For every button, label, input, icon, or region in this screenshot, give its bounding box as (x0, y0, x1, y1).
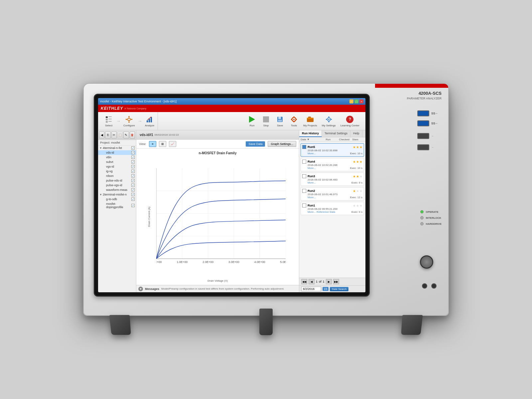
window-title: mosfet - Keithley Interactive Test Envir… (100, 100, 349, 103)
svg-rect-2 (106, 119, 108, 120)
tree-check-vds-id[interactable] (131, 151, 135, 154)
tree-check-2terminal-misfet-n[interactable] (131, 193, 135, 196)
usb-label-2: ← (431, 146, 434, 149)
tree-item-vtlin[interactable]: vtlin (98, 155, 136, 160)
grid-view-button[interactable]: ⊞ (159, 141, 166, 147)
rename-button[interactable]: ✎ (123, 131, 129, 139)
tab-run-history[interactable]: Run History (299, 130, 322, 137)
keithley-sub: A Tektronix Company (124, 107, 146, 110)
close-button[interactable]: × (359, 99, 363, 103)
run-checkbox-run5[interactable] (302, 145, 306, 149)
tree-check-4terminal-n-fet[interactable] (131, 146, 135, 150)
run-more[interactable]: More... (302, 181, 316, 184)
maximize-button[interactable]: □ (354, 99, 358, 103)
run-exec: Exec: 10 s (350, 152, 362, 155)
next-page-button[interactable]: ▶ (326, 279, 332, 284)
select-button[interactable]: Select (102, 114, 115, 128)
run-more[interactable]: More... Reference Data (302, 210, 335, 213)
ss-label-2: SS← (431, 122, 438, 125)
chart-view-button[interactable]: 📈 (169, 141, 176, 147)
tree-item-ig-vg[interactable]: ig-vg (98, 169, 136, 174)
graph-settings-button[interactable]: Graph Settings... (268, 141, 296, 147)
tree-item-vds-id[interactable]: vds-id (98, 150, 136, 155)
tree-item-g-to-sdb[interactable]: g-to-sdb (98, 197, 136, 201)
tools-button[interactable]: Tools (287, 114, 301, 128)
stop-button[interactable]: Stop (259, 114, 273, 128)
table-view-button[interactable]: ≡ (149, 141, 156, 147)
save-button[interactable]: Save (273, 114, 287, 128)
first-page-button[interactable]: ◀◀ (301, 279, 307, 284)
date-search-button[interactable]: Date Search (330, 287, 348, 291)
run-more[interactable]: More... (302, 152, 316, 155)
last-page-button[interactable]: ▶▶ (333, 279, 339, 284)
left-sidebar: ◀ ⎘ ✂ 📋 ✎ 🗑 Project: mosfet ▼4terminal-n… (98, 130, 136, 292)
tree-item-vgs-id[interactable]: vgs-id (98, 164, 136, 169)
tree-item-pulse-vds-id[interactable]: pulse-vds-id (98, 178, 136, 183)
run-checkbox-run3[interactable] (302, 174, 306, 178)
my-settings-button[interactable]: My Settings (320, 114, 338, 128)
tree-check-rdson[interactable] (131, 174, 135, 178)
page-of-label: of (319, 280, 322, 283)
minimize-button[interactable]: − (349, 99, 353, 103)
tree-item-rdson[interactable]: rdson (98, 174, 136, 178)
run-date: 2016-06-02 10:02:33.898 (302, 149, 362, 152)
tree-check-waveform-meas[interactable] (131, 188, 135, 192)
run-item-run4[interactable]: Run4 ★★★ 2016-06-02 10:02:20.286 More...… (301, 158, 364, 171)
run-more[interactable]: More... (302, 167, 316, 170)
tree-item-mosfet-dopingprofile[interactable]: mosfet-dopingprofile (98, 201, 136, 209)
copy-button[interactable]: ⎘ (105, 131, 110, 139)
tree-check-vgs-id[interactable] (131, 165, 135, 168)
star: ★ (359, 175, 362, 178)
tree-check-pulse-vgs-id[interactable] (131, 184, 135, 187)
my-projects-button[interactable]: My Projects (301, 114, 319, 128)
usb3-port-1 (417, 110, 429, 116)
page-total: 1 (323, 280, 325, 283)
tree-item-2terminal-misfet-n[interactable]: ▼2terminal-misfet-n (98, 192, 136, 197)
delete-button[interactable]: 🗑 (130, 131, 135, 139)
tree-check-pulse-vds-id[interactable] (131, 179, 135, 182)
run-button[interactable]: Run (245, 114, 259, 128)
star: ★ (356, 204, 359, 207)
power-button[interactable] (420, 255, 433, 269)
tree-check-ig-vg[interactable] (131, 170, 135, 173)
tab-help[interactable]: Help (350, 130, 362, 137)
run-item-run1[interactable]: Run1 ★★★ 2016-06-02 09:55:21.200 More...… (301, 202, 364, 215)
date-number: 15 (323, 287, 329, 291)
tree-check-vtlin[interactable] (131, 156, 135, 159)
run-checkbox-run4[interactable] (302, 160, 306, 164)
run-checkbox-run1[interactable] (302, 203, 306, 207)
tree-check-subvt[interactable] (131, 160, 135, 164)
run-item-run2[interactable]: Run2 ★★★ 2016-06-02 10:01:48.973 More...… (301, 187, 364, 200)
run-checkbox-run2[interactable] (302, 189, 306, 193)
analyze-button[interactable]: Analyze (143, 114, 156, 128)
svg-text:2.0E+00: 2.0E+00 (202, 260, 213, 264)
tree-check-mosfet-dopingprofile[interactable] (131, 204, 135, 207)
svg-rect-5 (108, 121, 112, 122)
run-more[interactable]: More... (302, 196, 316, 199)
configure-button[interactable]: Configure (121, 114, 137, 128)
cut-button[interactable]: ✂ (111, 131, 117, 139)
tree-check-g-to-sdb[interactable] (131, 198, 135, 201)
run-header: Run3 ★★★ (302, 174, 362, 178)
tree-item-subvt[interactable]: subvt (98, 160, 136, 164)
select-icon (105, 115, 113, 123)
back-button[interactable]: ◀ (99, 131, 104, 139)
test-name: vds-id#1 (140, 133, 153, 137)
col-date-header[interactable]: Date ▼ (301, 138, 325, 141)
tree-item-waveform-meas[interactable]: waveform-meas (98, 188, 136, 192)
date-input[interactable] (301, 287, 321, 291)
tree-item-pulse-vgs-id[interactable]: pulse-vgs-id (98, 183, 136, 188)
tree-item-4terminal-n-fet[interactable]: ▼4terminal-n-fet (98, 146, 136, 150)
tab-terminal-settings[interactable]: Terminal Settings (322, 130, 350, 137)
save-data-button[interactable]: Save Data (246, 141, 265, 147)
svg-text:0.0E+00: 0.0E+00 (156, 260, 162, 264)
star: ★ (356, 175, 359, 178)
run-item-run3[interactable]: Run3 ★★★ 2016-06-02 10:02:06.483 More...… (301, 173, 364, 186)
paste-button[interactable]: 📋 (117, 131, 123, 139)
run-item-run5[interactable]: Run5 ★★★ 2016-06-02 10:02:33.898 More...… (301, 143, 364, 157)
svg-rect-24 (307, 118, 314, 119)
harddrive-light (420, 222, 424, 225)
svg-rect-22 (296, 119, 297, 120)
prev-page-button[interactable]: ◀ (309, 279, 315, 284)
learning-center-button[interactable]: ? Learning Center (338, 114, 361, 128)
